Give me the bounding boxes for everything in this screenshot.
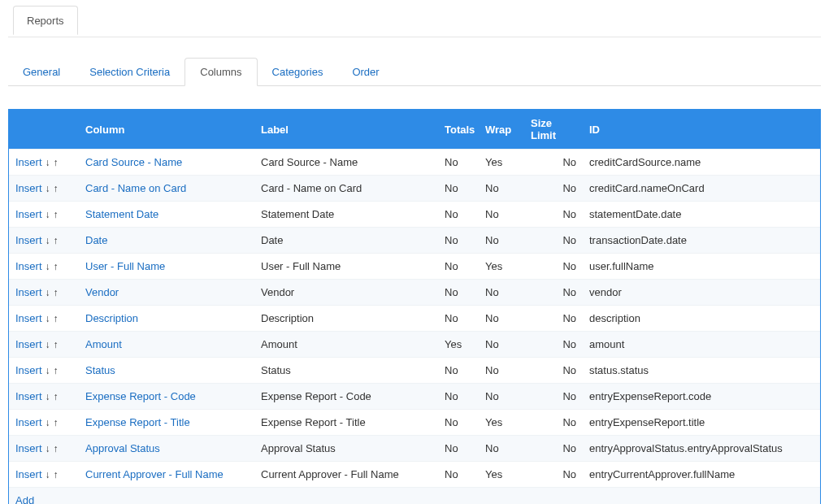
row-actions: Insert↓↑ [9, 176, 79, 202]
add-link[interactable]: Add [15, 494, 34, 504]
cell-column: Statement Date [79, 202, 254, 228]
cell-totals: No [438, 280, 479, 306]
insert-link[interactable]: Insert [15, 442, 42, 454]
sub-tab-columns[interactable]: Columns [184, 58, 257, 86]
move-up-icon[interactable]: ↑ [54, 157, 59, 168]
move-down-icon[interactable]: ↓ [46, 183, 50, 194]
move-up-icon[interactable]: ↑ [54, 391, 59, 402]
move-down-icon[interactable]: ↓ [46, 391, 50, 402]
cell-label: Expense Report - Title [254, 410, 438, 436]
add-cell: Add [9, 488, 820, 505]
insert-link[interactable]: Insert [15, 260, 42, 272]
cell-id: statementDate.date [583, 202, 820, 228]
move-up-icon[interactable]: ↑ [54, 417, 59, 428]
move-up-icon[interactable]: ↑ [54, 365, 59, 376]
insert-link[interactable]: Insert [15, 156, 42, 168]
cell-size-limit: No [524, 462, 583, 488]
table-row: Insert↓↑DateDateNoNoNotransactionDate.da… [9, 228, 820, 254]
sub-tab-selection-criteria[interactable]: Selection Criteria [75, 59, 184, 85]
move-down-icon[interactable]: ↓ [46, 313, 50, 324]
move-down-icon[interactable]: ↓ [46, 209, 50, 220]
insert-link[interactable]: Insert [15, 390, 42, 402]
column-link[interactable]: Amount [85, 338, 122, 350]
column-link[interactable]: Status [85, 364, 115, 376]
cell-size-limit: No [524, 410, 583, 436]
move-up-icon[interactable]: ↑ [54, 183, 59, 194]
cell-totals: No [438, 410, 479, 436]
move-down-icon[interactable]: ↓ [46, 365, 50, 376]
move-up-icon[interactable]: ↑ [54, 261, 59, 272]
insert-link[interactable]: Insert [15, 364, 42, 376]
cell-wrap: No [479, 436, 524, 462]
column-link[interactable]: Approval Status [85, 442, 160, 454]
cell-totals: No [438, 228, 479, 254]
column-link[interactable]: Card Source - Name [85, 156, 182, 168]
move-down-icon[interactable]: ↓ [46, 339, 50, 350]
move-down-icon[interactable]: ↓ [46, 261, 50, 272]
cell-totals: Yes [438, 332, 479, 358]
cell-size-limit: No [524, 306, 583, 332]
insert-link[interactable]: Insert [15, 312, 42, 324]
table-row: Insert↓↑Card Source - NameCard Source - … [9, 150, 820, 176]
move-down-icon[interactable]: ↓ [46, 157, 50, 168]
column-link[interactable]: Description [85, 312, 138, 324]
insert-link[interactable]: Insert [15, 234, 42, 246]
header-column: Column [79, 110, 254, 150]
cell-wrap: No [479, 358, 524, 384]
row-actions: Insert↓↑ [9, 228, 79, 254]
top-tab-reports[interactable]: Reports [13, 6, 78, 35]
columns-table-wrap: Column Label Totals Wrap Size Limit ID I… [8, 109, 821, 504]
cell-wrap: Yes [479, 410, 524, 436]
move-up-icon[interactable]: ↑ [54, 209, 59, 220]
move-down-icon[interactable]: ↓ [46, 287, 50, 298]
move-up-icon[interactable]: ↑ [54, 235, 59, 246]
column-link[interactable]: Expense Report - Code [85, 390, 196, 402]
row-actions: Insert↓↑ [9, 280, 79, 306]
move-up-icon[interactable]: ↑ [54, 469, 59, 480]
cell-size-limit: No [524, 436, 583, 462]
insert-link[interactable]: Insert [15, 338, 42, 350]
cell-id: status.status [583, 358, 820, 384]
cell-id: vendor [583, 280, 820, 306]
table-row: Insert↓↑Expense Report - CodeExpense Rep… [9, 384, 820, 410]
cell-totals: No [438, 306, 479, 332]
insert-link[interactable]: Insert [15, 416, 42, 428]
column-link[interactable]: Card - Name on Card [85, 182, 186, 194]
move-down-icon[interactable]: ↓ [46, 469, 50, 480]
cell-totals: No [438, 176, 479, 202]
column-link[interactable]: Vendor [85, 286, 119, 298]
table-row: Insert↓↑User - Full NameUser - Full Name… [9, 254, 820, 280]
cell-id: transactionDate.date [583, 228, 820, 254]
table-row: Insert↓↑Approval StatusApproval StatusNo… [9, 436, 820, 462]
move-up-icon[interactable]: ↑ [54, 339, 59, 350]
insert-link[interactable]: Insert [15, 182, 42, 194]
sub-tab-general[interactable]: General [8, 59, 75, 85]
sub-tab-order[interactable]: Order [337, 59, 393, 85]
table-row: Insert↓↑DescriptionDescriptionNoNoNodesc… [9, 306, 820, 332]
insert-link[interactable]: Insert [15, 468, 42, 480]
insert-link[interactable]: Insert [15, 286, 42, 298]
cell-size-limit: No [524, 228, 583, 254]
column-link[interactable]: User - Full Name [85, 260, 165, 272]
move-down-icon[interactable]: ↓ [46, 443, 50, 454]
move-up-icon[interactable]: ↑ [54, 313, 59, 324]
sub-tab-categories[interactable]: Categories [258, 59, 338, 85]
cell-totals: No [438, 358, 479, 384]
insert-link[interactable]: Insert [15, 208, 42, 220]
move-up-icon[interactable]: ↑ [54, 287, 59, 298]
cell-label: Current Approver - Full Name [254, 462, 438, 488]
column-link[interactable]: Expense Report - Title [85, 416, 190, 428]
header-totals: Totals [438, 110, 479, 150]
cell-column: Date [79, 228, 254, 254]
header-size: Size Limit [524, 110, 583, 150]
cell-column: Card - Name on Card [79, 176, 254, 202]
column-link[interactable]: Current Approver - Full Name [85, 468, 224, 480]
move-up-icon[interactable]: ↑ [54, 443, 59, 454]
move-down-icon[interactable]: ↓ [46, 417, 50, 428]
cell-wrap: Yes [479, 150, 524, 176]
move-down-icon[interactable]: ↓ [46, 235, 50, 246]
column-link[interactable]: Statement Date [85, 208, 158, 220]
cell-wrap: Yes [479, 462, 524, 488]
cell-column: Amount [79, 332, 254, 358]
column-link[interactable]: Date [85, 234, 107, 246]
